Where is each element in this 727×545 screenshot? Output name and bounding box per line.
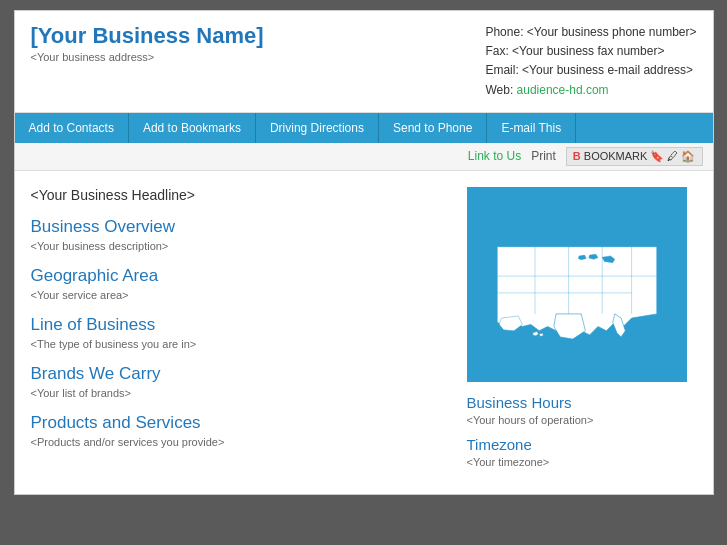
business-address: <Your business address> — [31, 51, 264, 63]
sidebar-timezone: Timezone <Your timezone> — [467, 436, 697, 468]
right-column: Business Hours <Your hours of operation>… — [467, 187, 697, 478]
main-content: <Your Business Headline> Business Overvi… — [15, 171, 713, 494]
business-overview-desc: <Your business description> — [31, 240, 447, 252]
email-this-button[interactable]: E-mail This — [487, 113, 576, 143]
brands-desc: <Your list of brands> — [31, 387, 447, 399]
web-label: Web: — [485, 83, 516, 97]
bookmark-label: BOOKMARK — [584, 150, 648, 162]
web-link[interactable]: audience-hd.com — [517, 83, 609, 97]
business-hours-title: Business Hours — [467, 394, 697, 411]
add-to-contacts-button[interactable]: Add to Contacts — [15, 113, 129, 143]
map-container — [467, 187, 687, 382]
section-products-services: Products and Services <Products and/or s… — [31, 413, 447, 448]
timezone-desc: <Your timezone> — [467, 456, 697, 468]
bookmark-icons: 🔖 🖊 🏠 — [650, 150, 695, 163]
email-info: Email: <Your business e-mail address> — [485, 61, 696, 80]
utility-bar: Link to Us Print B BOOKMARK 🔖 🖊 🏠 — [15, 143, 713, 171]
toolbar: Add to Contacts Add to Bookmarks Driving… — [15, 113, 713, 143]
header-right: Phone: <Your business phone number> Fax:… — [485, 23, 696, 100]
left-column: <Your Business Headline> Business Overvi… — [31, 187, 467, 478]
bookmark-b-icon: B — [573, 150, 581, 162]
section-line-of-business: Line of Business <The type of business y… — [31, 315, 447, 350]
geographic-area-title: Geographic Area — [31, 266, 447, 286]
header-left: [Your Business Name] <Your business addr… — [31, 23, 264, 63]
link-to-us-link[interactable]: Link to Us — [468, 149, 521, 163]
phone-info: Phone: <Your business phone number> — [485, 23, 696, 42]
line-of-business-desc: <The type of business you are in> — [31, 338, 447, 350]
web-info: Web: audience-hd.com — [485, 81, 696, 100]
print-link[interactable]: Print — [531, 149, 556, 163]
send-to-phone-button[interactable]: Send to Phone — [379, 113, 487, 143]
timezone-title: Timezone — [467, 436, 697, 453]
sidebar-business-hours: Business Hours <Your hours of operation> — [467, 394, 697, 426]
products-services-desc: <Products and/or services you provide> — [31, 436, 447, 448]
business-hours-desc: <Your hours of operation> — [467, 414, 697, 426]
business-overview-title: Business Overview — [31, 217, 447, 237]
bookmark-button[interactable]: B BOOKMARK 🔖 🖊 🏠 — [566, 147, 703, 166]
business-name: [Your Business Name] — [31, 23, 264, 49]
section-geographic-area: Geographic Area <Your service area> — [31, 266, 447, 301]
driving-directions-button[interactable]: Driving Directions — [256, 113, 379, 143]
brands-title: Brands We Carry — [31, 364, 447, 384]
us-map-svg — [472, 192, 682, 377]
line-of-business-title: Line of Business — [31, 315, 447, 335]
section-business-overview: Business Overview <Your business descrip… — [31, 217, 447, 252]
section-brands: Brands We Carry <Your list of brands> — [31, 364, 447, 399]
geographic-area-desc: <Your service area> — [31, 289, 447, 301]
header: [Your Business Name] <Your business addr… — [15, 11, 713, 113]
products-services-title: Products and Services — [31, 413, 447, 433]
page-wrapper: [Your Business Name] <Your business addr… — [14, 10, 714, 495]
business-headline: <Your Business Headline> — [31, 187, 447, 203]
fax-info: Fax: <Your business fax number> — [485, 42, 696, 61]
add-to-bookmarks-button[interactable]: Add to Bookmarks — [129, 113, 256, 143]
